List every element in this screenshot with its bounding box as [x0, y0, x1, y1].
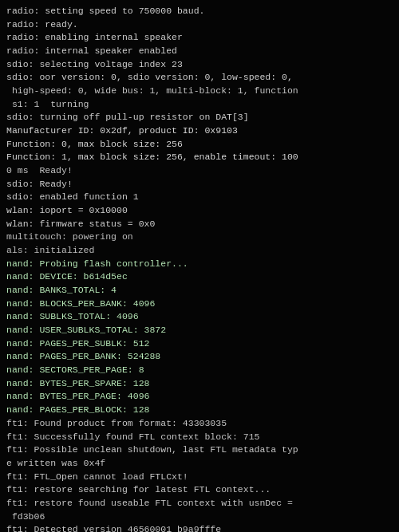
terminal-line: 0 ms Ready!: [6, 164, 393, 178]
terminal-line: sdio: selecting voltage index 23: [6, 58, 393, 72]
terminal-line: s1: 1 turning: [6, 98, 393, 112]
terminal-line: radio: ready.: [6, 18, 393, 32]
terminal-line: ft1: Found product from format: 43303035: [6, 417, 393, 431]
terminal-line: ft1: Successfully found FTL context bloc…: [6, 431, 393, 444]
terminal-line: Manufacturer ID: 0x2df, product ID: 0x91…: [6, 124, 393, 138]
terminal-line: nand: BLOCKS_PER_BANK: 4096: [6, 298, 393, 311]
terminal-line: nand: Probing flash controller...: [6, 258, 393, 271]
terminal-line: high-speed: 0, wide bus: 1, multi-block:…: [6, 85, 393, 98]
terminal-line: sdio: oor version: 0, sdio version: 0, l…: [6, 71, 393, 85]
terminal-line: nand: DEVICE: b614d5ec: [6, 270, 393, 284]
terminal-line: nand: PAGES_PER_BLOCK: 128: [6, 404, 393, 417]
terminal-line: nand: PAGES_PER_SUBLK: 512: [6, 337, 393, 351]
terminal-line: ft1: Detected version 46560001 b9a9fffe: [6, 523, 393, 532]
terminal-line: multitouch: powering on: [6, 231, 393, 244]
terminal-line: nand: SUBLKS_TOTAL: 4096: [6, 310, 393, 324]
terminal-window: radio: setting speed to 750000 baud.radi…: [0, 0, 399, 532]
terminal-line: radio: internal speaker enabled: [6, 45, 393, 58]
terminal-line: ft1: FTL_Open cannot load FTLCxt!: [6, 471, 393, 484]
terminal-line: nand: USER_SUBLKS_TOTAL: 3872: [6, 324, 393, 337]
terminal-line: Function: 1, max block size: 256, enable…: [6, 151, 393, 164]
terminal-line: ft1: restore found useable FTL context w…: [6, 497, 393, 510]
terminal-output: radio: setting speed to 750000 baud.radi…: [6, 5, 393, 532]
terminal-line: e written was 0x4f: [6, 457, 393, 471]
terminal-line: wlan: ioport = 0x10000: [6, 204, 393, 218]
terminal-line: ft1: Possible unclean shutdown, last FTL…: [6, 443, 393, 457]
terminal-line: wlan: firmware status = 0x0: [6, 218, 393, 231]
terminal-line: radio: setting speed to 750000 baud.: [6, 5, 393, 18]
terminal-line: radio: enabling internal speaker: [6, 31, 393, 45]
terminal-line: nand: BYTES_PER_SPARE: 128: [6, 377, 393, 391]
terminal-line: sdio: enabled function 1: [6, 191, 393, 204]
terminal-line: nand: BANKS_TOTAL: 4: [6, 284, 393, 298]
terminal-line: ft1: restore searching for latest FTL co…: [6, 483, 393, 497]
terminal-line: als: initialized: [6, 244, 393, 258]
terminal-line: sdio: turning off pull-up resistor on DA…: [6, 111, 393, 124]
terminal-line: nand: BYTES_PER_PAGE: 4096: [6, 390, 393, 404]
terminal-line: nand: PAGES_PER_BANK: 524288: [6, 350, 393, 364]
terminal-line: fd3b06: [6, 510, 393, 524]
terminal-line: sdio: Ready!: [6, 178, 393, 191]
terminal-line: nand: SECTORS_PER_PAGE: 8: [6, 364, 393, 377]
terminal-line: Function: 0, max block size: 256: [6, 138, 393, 152]
